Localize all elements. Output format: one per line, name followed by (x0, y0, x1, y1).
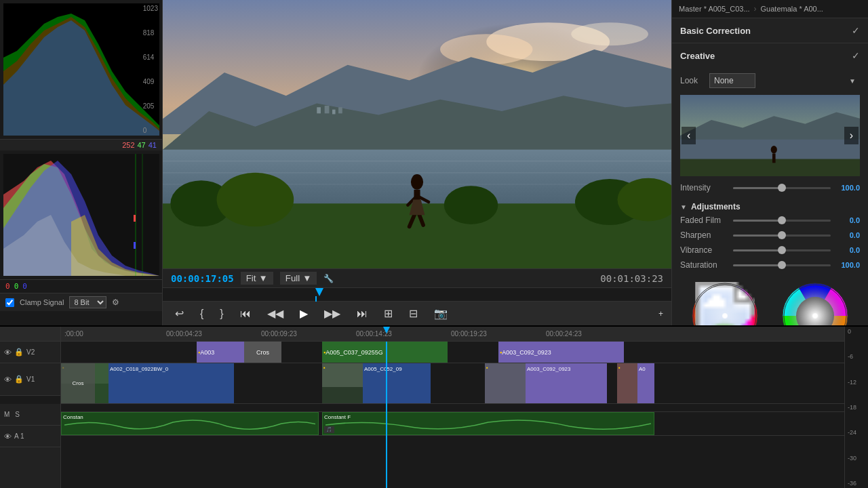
sequence-label[interactable]: Guatemala * A00... (761, 5, 823, 13)
basic-correction-header[interactable]: Basic Correction ✓ (672, 18, 868, 43)
creative-checkmark: ✓ (852, 50, 860, 61)
mark-in-button[interactable]: { (196, 306, 208, 321)
clip-a005-c052-v1[interactable]: ▪ A005_C052_09 (322, 363, 431, 403)
adjustments-title: Adjustments (691, 202, 741, 211)
left-panel: 1023 818 614 409 205 0 252 47 41 (0, 0, 163, 325)
faded-film-slider[interactable] (733, 220, 831, 222)
vibrance-thumb[interactable] (778, 246, 786, 254)
shadow-tint-wheel[interactable] (691, 282, 759, 325)
master-sequence-label[interactable]: Master * A005_C03... (679, 5, 750, 13)
saturation-label: Saturation (680, 260, 728, 270)
audio-waveform-2 (326, 414, 651, 433)
eye-a1-icon[interactable]: 👁 (4, 432, 12, 441)
intensity-thumb[interactable] (778, 184, 786, 192)
lock-v1-icon[interactable]: 🔒 (14, 375, 24, 384)
m-label: M (4, 411, 9, 418)
end-timecode: 00:01:03:23 (600, 273, 663, 284)
svg-rect-70 (485, 363, 526, 403)
clip-a003-right-v2[interactable]: ▪ A003_C092_0923 (498, 342, 624, 363)
ruler-spacer (0, 327, 60, 342)
clip-a003-thumbnail (485, 363, 526, 403)
adjustments-header[interactable]: ▼ Adjustments (680, 198, 860, 216)
creative-content: Look None Cinematic Warm Cool (672, 68, 868, 325)
playback-track[interactable] (163, 287, 671, 301)
overwrite-button[interactable]: ⊟ (405, 306, 422, 321)
svg-rect-40 (332, 110, 336, 115)
video-preview (163, 0, 671, 268)
clip-a0-far-right[interactable]: ▪ A0 (617, 363, 654, 403)
lock-v2-icon[interactable]: 🔒 (14, 348, 24, 357)
look-prev-button[interactable]: ‹ (682, 127, 696, 144)
camera-button[interactable]: 📷 (430, 306, 452, 321)
fast-forward-button[interactable]: ⏭ (353, 306, 372, 321)
step-forward-button[interactable]: ▶▶ (320, 306, 344, 321)
saturation-slider[interactable] (733, 264, 831, 266)
intensity-row: Intensity 100.0 (680, 183, 860, 192)
quality-button[interactable]: Full ▼ (280, 272, 317, 285)
faded-film-thumb[interactable] (778, 216, 786, 224)
look-next-button[interactable]: › (844, 127, 859, 144)
sharpen-row: Sharpen 0.0 (680, 230, 860, 240)
clamp-signal-label: Clamp Signal (20, 298, 64, 306)
highlight-tint-wheel[interactable] (781, 282, 849, 325)
add-track-button[interactable]: + (658, 309, 663, 319)
hist-label-614: 614 (143, 54, 158, 61)
creative-header[interactable]: Creative ✓ (672, 43, 868, 68)
audio-clip-2[interactable]: Constant F 🎵 (322, 412, 654, 435)
settings-icon[interactable]: ⚙ (112, 298, 119, 307)
settings-wrench-icon[interactable]: 🔧 (323, 274, 334, 283)
step-back-button[interactable]: ◀◀ (263, 306, 288, 321)
waveform-monitor (3, 154, 159, 276)
clip-a003-c092-v1[interactable]: ▪ A003_C092_0923 (485, 363, 607, 403)
look-preview-thumbnail: ‹ › (680, 95, 860, 176)
adjustments-arrow: ▼ (680, 203, 687, 211)
creative-title: Creative (680, 51, 715, 61)
intensity-slider[interactable] (733, 187, 831, 189)
fit-chevron-icon: ▼ (259, 273, 268, 283)
bit-depth-select[interactable]: 8 Bit 16 Bit 32 Bit (69, 296, 106, 308)
clip-a005-c037[interactable]: ▪ A005_C037_09255G (322, 342, 448, 363)
a1-label: A 1 (14, 432, 24, 440)
db-minus24: -24 (848, 429, 865, 436)
mark-out-button[interactable]: } (216, 306, 227, 321)
svg-point-55 (723, 314, 727, 318)
look-row: Look None Cinematic Warm Cool (680, 73, 860, 88)
timeline-track-labels: 👁 🔒 V2 👁 🔒 V1 M S 👁 A 1 (0, 327, 61, 488)
vibrance-slider[interactable] (733, 249, 831, 251)
insert-button[interactable]: ⊞ (380, 306, 397, 321)
sharpen-thumb[interactable] (778, 231, 786, 239)
clip-a0-fx-icon: ▪ (618, 365, 620, 371)
fit-button[interactable]: Fit ▼ (241, 272, 273, 285)
sharpen-slider[interactable] (733, 235, 831, 237)
eye-v2-icon[interactable]: 👁 (4, 348, 12, 357)
faded-film-value: 0.0 (836, 216, 860, 224)
v2-label: V2 (26, 348, 35, 356)
timeline-ruler[interactable]: :00:00 00:00:04:23 00:00:09:23 00:00:14:… (61, 327, 844, 342)
clip-cross-dissolve-v2[interactable]: Cros (244, 342, 281, 363)
audio-clip-1[interactable]: Constan (61, 412, 319, 435)
db-0: 0 (848, 328, 865, 335)
svg-point-46 (771, 146, 777, 154)
saturation-fill (733, 264, 782, 266)
look-select[interactable]: None Cinematic Warm Cool (709, 73, 755, 88)
ruler-mark-4: 00:00:19:23 (451, 330, 487, 338)
clamp-signal-checkbox[interactable] (5, 298, 14, 307)
rewind-button[interactable]: ⏮ (236, 306, 255, 321)
db-minus36: -36 (848, 480, 865, 487)
faded-film-row: Faded Film 0.0 (680, 216, 860, 225)
play-button[interactable]: ▶ (296, 306, 312, 321)
cross-dissolve-start-label: Cros (73, 380, 84, 386)
clip-a005-c052-fx-icon: ▪ (323, 365, 326, 371)
saturation-thumb[interactable] (778, 261, 786, 269)
preview-controls-bar: 00:00:17:05 Fit ▼ Full ▼ 🔧 00:01:03:23 (163, 268, 671, 287)
clip-cross-dissolve-v1-start[interactable]: Cros (61, 363, 95, 403)
svg-rect-47 (772, 154, 776, 163)
svg-point-30 (444, 186, 498, 224)
loop-button[interactable]: ↩ (171, 306, 188, 321)
svg-point-18 (571, 22, 648, 45)
intensity-fill (733, 187, 782, 189)
ruler-mark-5: 00:00:24:23 (546, 330, 582, 338)
color-wheels-area: Shadow Tint (680, 275, 860, 325)
eye-v1-icon[interactable]: 👁 (4, 375, 12, 384)
panel-header: Master * A005_C03... › Guatemala * A00..… (672, 0, 868, 18)
